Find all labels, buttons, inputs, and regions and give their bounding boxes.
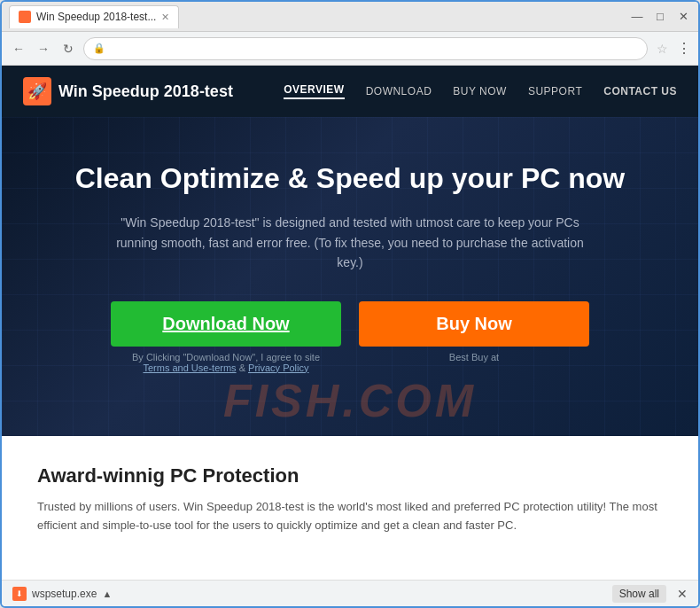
buy-btn-group: Buy Now Best Buy at [359, 301, 589, 362]
minimize-btn[interactable]: — [629, 10, 645, 23]
hero-buttons: Download Now By Clicking "Download Now",… [37, 301, 663, 373]
status-bar: ⬇ wspsetup.exe ▲ Show all ✕ [2, 580, 698, 606]
award-bold: Award-winnig [37, 464, 165, 487]
forward-btn[interactable]: → [34, 42, 53, 56]
menu-dots-icon[interactable]: ⋮ [677, 40, 691, 57]
new-tab-btn[interactable]: ​ [184, 7, 191, 26]
buy-now-button[interactable]: Buy Now [359, 301, 589, 347]
site-nav: 🚀 Win Speedup 2018-test OVERVIEW DOWNLOA… [2, 66, 698, 117]
file-icon: ⬇ [12, 587, 27, 601]
terms-link[interactable]: Terms and Use-terms [143, 362, 236, 373]
show-all-button[interactable]: Show all [612, 585, 666, 603]
buy-note: Best Buy at [449, 352, 499, 362]
url-bar[interactable]: 🔒 [83, 37, 648, 60]
title-bar: Win Speedup 2018-test... ✕ ​ — □ ✕ [2, 2, 698, 32]
status-close-btn[interactable]: ✕ [677, 587, 688, 601]
tab-title: Win Speedup 2018-test... [36, 11, 156, 23]
page-content: 🚀 Win Speedup 2018-test OVERVIEW DOWNLOA… [2, 66, 698, 580]
privacy-link[interactable]: Privacy Policy [248, 362, 308, 373]
browser-window: Win Speedup 2018-test... ✕ ​ — □ ✕ ← → ↻… [0, 0, 700, 608]
logo-text: Win Speedup 2018-test [58, 82, 233, 101]
nav-overview[interactable]: OVERVIEW [284, 83, 344, 99]
status-file-info: ⬇ wspsetup.exe ▲ [12, 587, 112, 601]
back-btn[interactable]: ← [9, 42, 28, 56]
nav-support[interactable]: SUPPORT [528, 85, 582, 97]
download-now-button[interactable]: Download Now [111, 301, 341, 347]
award-rest: PC Protection [165, 464, 299, 487]
filename: wspsetup.exe [32, 588, 97, 600]
nav-links: OVERVIEW DOWNLOAD BUY NOW SUPPORT CONTAC… [284, 83, 677, 99]
maximize-btn[interactable]: □ [652, 10, 668, 23]
hero-section: Clean Optimize & Speed up your PC now "W… [2, 117, 698, 436]
award-title: Award-winnig PC Protection [37, 464, 663, 487]
site-logo: 🚀 Win Speedup 2018-test [23, 77, 233, 105]
status-chevron-icon[interactable]: ▲ [102, 589, 112, 599]
download-btn-group: Download Now By Clicking "Download Now",… [111, 301, 341, 373]
close-btn[interactable]: ✕ [675, 10, 691, 23]
lock-icon: 🔒 [93, 43, 105, 54]
browser-tab[interactable]: Win Speedup 2018-test... ✕ [9, 5, 179, 28]
bookmark-star-icon[interactable]: ☆ [657, 42, 668, 56]
award-description: Trusted by millions of users. Win Speedu… [37, 498, 663, 535]
reload-btn[interactable]: ↻ [58, 42, 78, 56]
logo-icon: 🚀 [23, 77, 51, 105]
hero-title: Clean Optimize & Speed up your PC now [37, 161, 663, 195]
window-controls: — □ ✕ [629, 10, 691, 23]
hero-description: "Win Speedup 2018-test" is designed and … [102, 213, 598, 272]
lower-section: Award-winnig PC Protection Trusted by mi… [2, 436, 698, 564]
watermark: FISH.COM [223, 374, 477, 427]
nav-download[interactable]: DOWNLOAD [366, 85, 432, 97]
address-bar: ← → ↻ 🔒 ☆ ⋮ [2, 32, 698, 66]
tab-close-btn[interactable]: ✕ [161, 12, 169, 23]
nav-buy-now[interactable]: BUY NOW [453, 85, 507, 97]
tab-favicon [19, 11, 31, 23]
nav-contact-us[interactable]: CONTACT US [603, 85, 677, 97]
download-note: By Clicking "Download Now", I agree to s… [132, 352, 320, 373]
